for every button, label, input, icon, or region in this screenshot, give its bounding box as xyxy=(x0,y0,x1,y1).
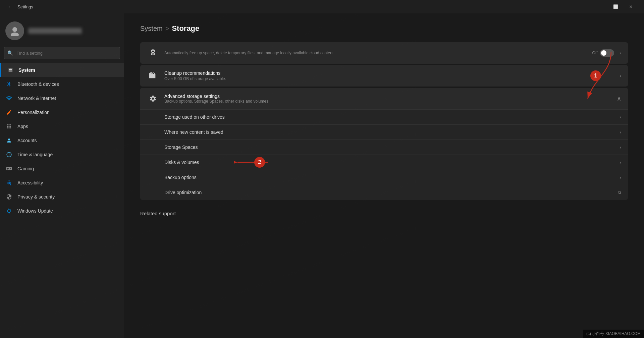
user-name xyxy=(28,28,82,34)
sidebar-item-update[interactable]: Windows Update xyxy=(0,204,124,218)
drive-opt-label: Drive optimization xyxy=(164,190,618,195)
sidebar-label-apps: Apps xyxy=(17,124,28,129)
sidebar-item-gaming[interactable]: Gaming xyxy=(0,162,124,176)
drive-opt-arrow: ⧉ xyxy=(618,190,621,195)
sidebar-label-network: Network & internet xyxy=(17,96,56,101)
new-content-label: Where new content is saved xyxy=(164,129,620,135)
sidebar-item-apps[interactable]: Apps xyxy=(0,119,124,133)
toggle-thumb xyxy=(601,50,606,56)
sidebar-label-gaming: Gaming xyxy=(17,166,34,171)
backup-arrow: › xyxy=(620,175,621,180)
storage-sense-icon xyxy=(147,47,159,59)
advanced-storage-icon xyxy=(147,93,159,105)
maximize-button[interactable]: ⬜ xyxy=(608,0,623,13)
advanced-chevron: ∧ xyxy=(617,95,621,102)
disks-volumes-row[interactable]: Disks & volumes › 2 xyxy=(140,155,628,170)
storage-spaces-label: Storage Spaces xyxy=(164,145,620,150)
breadcrumb-current: Storage xyxy=(172,24,199,33)
apps-icon xyxy=(5,123,13,130)
svg-point-1 xyxy=(11,33,19,36)
other-drives-arrow: › xyxy=(620,114,621,120)
other-drives-label: Storage used on other drives xyxy=(164,114,620,120)
time-icon xyxy=(5,151,13,158)
disks-volumes-arrow: › xyxy=(620,160,621,165)
sidebar-label-time: Time & language xyxy=(17,152,53,157)
search-icon: 🔍 xyxy=(7,50,13,56)
storage-sense-toggle[interactable]: Off › xyxy=(592,49,621,57)
search-box: 🔍 xyxy=(4,47,120,59)
minimize-button[interactable]: — xyxy=(592,0,608,13)
svg-point-0 xyxy=(12,27,17,32)
back-button[interactable]: ← xyxy=(5,2,15,11)
bottom-watermark: (c) 小白号 XIAOBAIHAO.COM xyxy=(583,330,644,338)
sidebar-label-accounts: Accounts xyxy=(17,138,37,143)
advanced-subtitle: Backup options, Storage Spaces, other di… xyxy=(164,99,617,104)
storage-sense-description: Automatically free up space, delete temp… xyxy=(164,51,592,55)
backup-options-row[interactable]: Backup options › xyxy=(140,170,628,185)
search-input[interactable] xyxy=(4,47,120,59)
svg-point-2 xyxy=(9,180,10,181)
gaming-icon xyxy=(5,165,13,172)
related-support: Related support xyxy=(140,207,628,216)
toggle-off-label: Off xyxy=(592,51,598,55)
new-content-arrow: › xyxy=(620,129,621,135)
accessibility-icon xyxy=(5,179,13,186)
sidebar-label-bluetooth: Bluetooth & devices xyxy=(17,81,59,87)
storage-spaces-row[interactable]: Storage Spaces › xyxy=(140,139,628,155)
sidebar-item-accessibility[interactable]: Accessibility xyxy=(0,176,124,190)
toggle-track[interactable] xyxy=(600,49,614,57)
user-profile xyxy=(0,17,124,47)
breadcrumb-system[interactable]: System xyxy=(140,25,163,33)
bluetooth-icon xyxy=(5,80,13,88)
cleanup-icon xyxy=(147,70,159,82)
breadcrumb-separator: > xyxy=(165,25,169,33)
related-support-label: Related support xyxy=(140,211,176,216)
sidebar-label-system: System xyxy=(18,67,35,73)
cleanup-arrow: › xyxy=(620,73,621,78)
main-content: System > Storage Automatically free up s… xyxy=(124,13,644,338)
sidebar-item-privacy[interactable]: Privacy & security xyxy=(0,190,124,204)
new-content-row[interactable]: Where new content is saved › xyxy=(140,124,628,139)
sidebar-item-system[interactable]: 🖥 System xyxy=(0,63,124,77)
sidebar: 🔍 🖥 System Bluetooth & devices Network &… xyxy=(0,13,124,338)
advanced-storage-header[interactable]: Advanced storage settings Backup options… xyxy=(140,88,628,109)
privacy-icon xyxy=(5,193,13,201)
system-icon: 🖥 xyxy=(6,66,14,74)
sidebar-item-time[interactable]: Time & language xyxy=(0,148,124,162)
advanced-storage-section: Advanced storage settings Backup options… xyxy=(140,88,628,200)
sidebar-label-privacy: Privacy & security xyxy=(17,194,55,200)
breadcrumb: System > Storage xyxy=(140,24,628,33)
sidebar-item-personalization[interactable]: Personalization xyxy=(0,105,124,119)
network-icon xyxy=(5,95,13,102)
sidebar-item-accounts[interactable]: Accounts xyxy=(0,133,124,148)
accounts-icon xyxy=(5,137,13,144)
window-controls: — ⬜ ✕ xyxy=(592,0,639,13)
advanced-title: Advanced storage settings xyxy=(164,94,617,99)
storage-sense-row[interactable]: Automatically free up space, delete temp… xyxy=(140,42,628,64)
sidebar-label-accessibility: Accessibility xyxy=(17,180,43,185)
sidebar-label-personalization: Personalization xyxy=(17,110,50,115)
sidebar-item-network[interactable]: Network & internet xyxy=(0,91,124,105)
sidebar-label-update: Windows Update xyxy=(17,208,53,214)
personalization-icon xyxy=(5,109,13,116)
sidebar-item-bluetooth[interactable]: Bluetooth & devices xyxy=(0,77,124,91)
storage-sense-arrow: › xyxy=(620,50,621,56)
backup-label: Backup options xyxy=(164,175,620,180)
sidebar-nav: 🖥 System Bluetooth & devices Network & i… xyxy=(0,63,124,218)
disks-volumes-label: Disks & volumes xyxy=(164,160,620,165)
close-button[interactable]: ✕ xyxy=(623,0,639,13)
storage-other-drives-row[interactable]: Storage used on other drives › xyxy=(140,109,628,124)
cleanup-title: Cleanup recommendations xyxy=(164,70,620,76)
avatar xyxy=(5,21,24,40)
titlebar: ← Settings — ⬜ ✕ xyxy=(0,0,644,13)
cleanup-subtitle: Over 5.00 GB of storage available. xyxy=(164,76,620,81)
storage-spaces-arrow: › xyxy=(620,145,621,150)
drive-optimization-row[interactable]: Drive optimization ⧉ xyxy=(140,185,628,200)
cleanup-recommendations-row[interactable]: Cleanup recommendations Over 5.00 GB of … xyxy=(140,65,628,87)
titlebar-title: Settings xyxy=(17,4,33,9)
update-icon xyxy=(5,207,13,215)
